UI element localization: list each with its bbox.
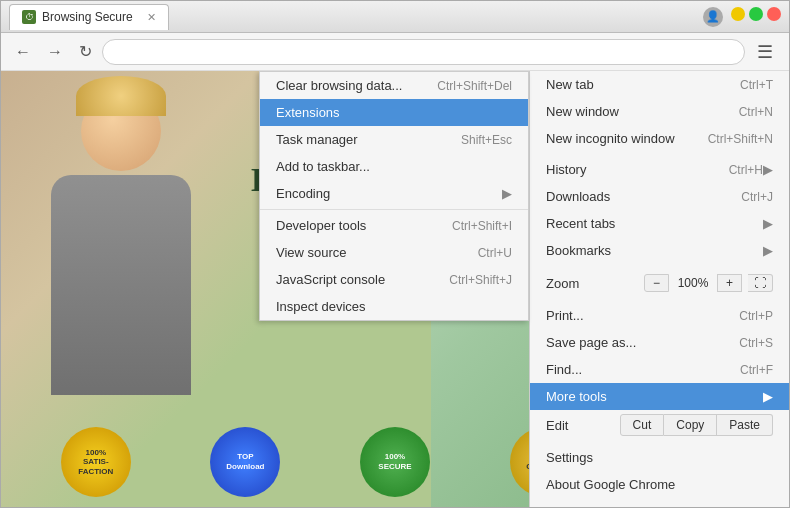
content-area: ⏱ Browsi ✔ Enhance ✔ Makes su 100%SATIS-… [1,71,789,507]
edit-row: Edit Cut Copy Paste [530,410,789,440]
badge-top-download: TOPDownload [210,427,280,497]
address-bar[interactable] [102,39,745,65]
nav-bar: ← → ↻ ☰ [1,33,789,71]
menu-item-new-window[interactable]: New window Ctrl+N [530,98,789,125]
zoom-plus-button[interactable]: + [717,274,742,292]
tab-title: Browsing Secure [42,10,133,24]
submenu-clear-browsing[interactable]: Clear browsing data... Ctrl+Shift+Del [260,72,528,99]
zoom-minus-button[interactable]: − [644,274,669,292]
menu-item-find[interactable]: Find... Ctrl+F [530,356,789,383]
chrome-menu: New tab Ctrl+T New window Ctrl+N New inc… [529,71,789,507]
menu-item-about[interactable]: About Google Chrome [530,471,789,498]
recent-tabs-arrow: ▶ [763,216,773,231]
menu-item-recent-tabs[interactable]: Recent tabs ▶ [530,210,789,237]
zoom-value: 100% [675,276,711,290]
reload-button[interactable]: ↻ [73,38,98,65]
back-button[interactable]: ← [9,39,37,65]
menu-item-print[interactable]: Print... Ctrl+P [530,302,789,329]
menu-item-help[interactable]: Help ▶ [530,498,789,507]
submenu-view-source[interactable]: View source Ctrl+U [260,239,528,266]
menu-item-settings[interactable]: Settings [530,444,789,471]
badge-secure: 100%SECURE [360,427,430,497]
submenu-js-console[interactable]: JavaScript console Ctrl+Shift+J [260,266,528,293]
paste-button[interactable]: Paste [717,414,773,436]
badge-satisfaction: 100%SATIS-FACTION [61,427,131,497]
encoding-arrow: ▶ [502,186,512,201]
minimize-button[interactable] [731,7,745,21]
menu-item-more-tools[interactable]: More tools ▶ [530,383,789,410]
person-figure [21,91,221,431]
submenu-dev-tools[interactable]: Developer tools Ctrl+Shift+I [260,212,528,239]
window-controls: 👤 [703,7,781,27]
bookmarks-arrow: ▶ [763,243,773,258]
user-avatar: 👤 [703,7,723,27]
cut-button[interactable]: Cut [620,414,665,436]
history-arrow: ▶ [763,162,773,177]
menu-item-zoom: Zoom − 100% + ⛶ [530,268,789,298]
title-bar: ⏱ Browsing Secure ✕ 👤 [1,1,789,33]
tab-close-button[interactable]: ✕ [147,11,156,24]
zoom-fullscreen-button[interactable]: ⛶ [748,274,773,292]
maximize-button[interactable] [749,7,763,21]
menu-item-save-page[interactable]: Save page as... Ctrl+S [530,329,789,356]
copy-button[interactable]: Copy [664,414,717,436]
help-arrow: ▶ [763,504,773,507]
submenu-divider-1 [260,209,528,210]
menu-item-bookmarks[interactable]: Bookmarks ▶ [530,237,789,264]
more-tools-submenu: Clear browsing data... Ctrl+Shift+Del Ex… [259,71,529,321]
chrome-menu-button[interactable]: ☰ [749,37,781,67]
browser-tab[interactable]: ⏱ Browsing Secure ✕ [9,4,169,30]
more-tools-arrow: ▶ [763,389,773,404]
menu-item-downloads[interactable]: Downloads Ctrl+J [530,183,789,210]
menu-item-new-tab[interactable]: New tab Ctrl+T [530,71,789,98]
close-button[interactable] [767,7,781,21]
menu-item-incognito[interactable]: New incognito window Ctrl+Shift+N [530,125,789,152]
submenu-task-manager[interactable]: Task manager Shift+Esc [260,126,528,153]
submenu-add-taskbar[interactable]: Add to taskbar... [260,153,528,180]
browser-window: ⏱ Browsing Secure ✕ 👤 ← → ↻ ☰ [0,0,790,508]
submenu-inspect-devices[interactable]: Inspect devices [260,293,528,320]
forward-button[interactable]: → [41,39,69,65]
submenu-encoding[interactable]: Encoding ▶ [260,180,528,207]
menu-item-history[interactable]: History Ctrl+H ▶ [530,156,789,183]
submenu-extensions[interactable]: Extensions [260,99,528,126]
tab-favicon: ⏱ [22,10,36,24]
